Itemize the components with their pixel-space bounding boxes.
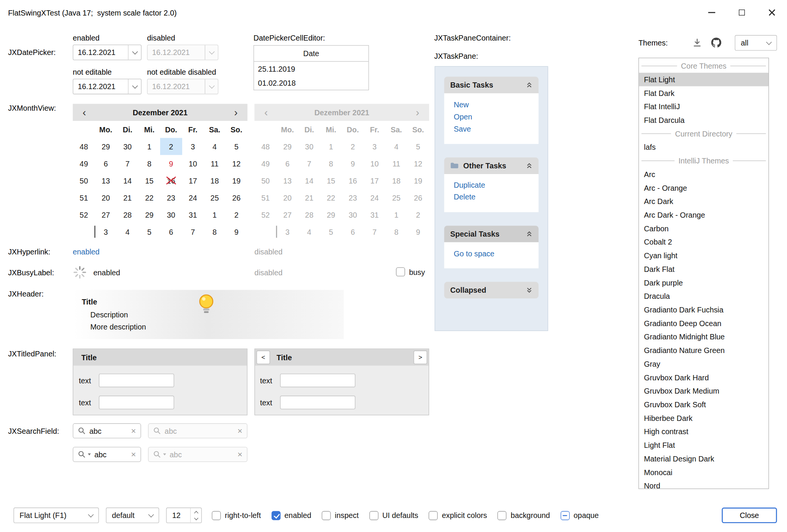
taskpane-link[interactable]: Delete	[444, 191, 539, 203]
theme-list-item[interactable]: Light Flat	[639, 438, 768, 452]
datepicker-table-row[interactable]: 01.02.2018	[254, 76, 368, 90]
calendar-day[interactable]: 7	[116, 155, 138, 172]
calendar-day[interactable]: 13	[95, 172, 116, 189]
download-theme-button[interactable]	[692, 37, 703, 48]
calendar-day[interactable]: 10	[182, 155, 204, 172]
maximize-button[interactable]	[727, 0, 757, 25]
clear-icon[interactable]: ×	[131, 450, 136, 458]
calendar-day[interactable]: 21	[116, 189, 138, 206]
laf-combo[interactable]: Flat Light (F1)	[14, 508, 99, 523]
datepicker-dropdown-button[interactable]	[128, 79, 141, 94]
calendar-day[interactable]: 14	[116, 172, 138, 189]
spinner-up-button[interactable]	[195, 509, 198, 514]
titledpanel-prev-button[interactable]: <	[257, 351, 270, 364]
calendar-day[interactable]: 30	[160, 206, 182, 223]
theme-list-item[interactable]: Gruvbox Dark Soft	[639, 398, 768, 411]
calendar-prev-button[interactable]: ‹	[73, 105, 96, 120]
datepicker-enabled[interactable]: 16.12.2021	[73, 45, 142, 60]
theme-list-item[interactable]: Gruvbox Dark Medium	[639, 384, 768, 398]
theme-list-item[interactable]: Arc	[639, 168, 768, 181]
calendar-day[interactable]: 17	[182, 172, 204, 189]
calendar-day[interactable]: 8	[139, 155, 160, 172]
datepicker-table-header[interactable]: Date	[254, 46, 368, 61]
text-input[interactable]	[280, 396, 355, 410]
taskpane-link[interactable]: Save	[444, 122, 539, 135]
theme-list-item[interactable]: Flat IntelliJ	[639, 100, 768, 113]
checkbox-inspect[interactable]: inspect	[322, 511, 359, 520]
text-input[interactable]	[280, 373, 355, 387]
theme-list-item[interactable]: Gradianto Deep Ocean	[639, 317, 768, 330]
taskpane-header[interactable]: Special Tasks	[444, 226, 539, 242]
calendar-day[interactable]: 20	[95, 189, 116, 206]
calendar-day[interactable]: 18	[204, 172, 225, 189]
theme-list-item[interactable]: Cobalt 2	[639, 235, 768, 249]
text-input[interactable]	[99, 396, 174, 410]
theme-list-item[interactable]: Gruvbox Dark Hard	[639, 370, 768, 384]
style-combo[interactable]: default	[106, 508, 159, 523]
github-button[interactable]	[710, 37, 722, 49]
calendar-next-button[interactable]: ›	[224, 105, 247, 120]
theme-list-item[interactable]: Arc Dark - Orange	[639, 208, 768, 222]
calendar-day[interactable]: 6	[160, 223, 182, 240]
searchfield-enabled[interactable]: abc ×	[73, 423, 141, 438]
theme-list-item[interactable]: Arc Dark	[639, 195, 768, 208]
checkbox-enabled[interactable]: enabled	[271, 511, 311, 520]
calendar-day[interactable]: 9	[160, 155, 182, 172]
theme-list-item[interactable]: Dark purple	[639, 276, 768, 289]
clear-icon[interactable]: ×	[131, 427, 136, 435]
calendar-day[interactable]: 6	[95, 155, 116, 172]
taskpane-link[interactable]: Duplicate	[444, 179, 539, 191]
taskpane-link[interactable]: Go to space	[444, 247, 539, 259]
busy-checkbox[interactable]: busy	[396, 267, 425, 276]
checkbox-opaque[interactable]: opaque	[560, 511, 599, 520]
theme-list-item[interactable]: Flat Darcula	[639, 113, 768, 127]
calendar-day[interactable]: 11	[204, 155, 225, 172]
calendar-day[interactable]: 22	[139, 189, 160, 206]
calendar-day[interactable]: 12	[225, 155, 247, 172]
theme-list-item[interactable]: Gradianto Midnight Blue	[639, 330, 768, 344]
calendar-day[interactable]: 25	[204, 189, 225, 206]
calendar-day[interactable]: 26	[225, 189, 247, 206]
calendar-day[interactable]: 7	[182, 223, 204, 240]
theme-list-item[interactable]: Dark Flat	[639, 262, 768, 276]
calendar-day[interactable]: 4	[116, 223, 138, 240]
theme-list-item[interactable]: Dracula	[639, 289, 768, 303]
checkbox-right-to-left[interactable]: right-to-left	[212, 511, 261, 520]
theme-list-item[interactable]: Material Design Dark	[639, 452, 768, 466]
theme-list-item[interactable]: Gradianto Dark Fuchsia	[639, 303, 768, 317]
taskpane-header[interactable]: Collapsed	[444, 282, 539, 299]
calendar-day[interactable]: 4	[204, 138, 225, 155]
theme-list-item[interactable]: Gradianto Nature Green	[639, 344, 768, 357]
theme-list-item[interactable]: High contrast	[639, 425, 768, 438]
font-size-spinner[interactable]: 12	[166, 508, 202, 523]
calendar-day[interactable]: 29	[95, 138, 116, 155]
calendar-day[interactable]: 24	[182, 189, 204, 206]
calendar-day[interactable]: 15	[139, 172, 160, 189]
datepicker-noteditable[interactable]: 16.12.2021	[73, 79, 142, 94]
calendar-day[interactable]: 2	[160, 138, 182, 155]
searchfield-with-menu[interactable]: abc ×	[73, 447, 141, 462]
calendar-day[interactable]: 3	[182, 138, 204, 155]
datepicker-table-row[interactable]: 25.11.2019	[254, 62, 368, 76]
theme-list-item[interactable]: lafs	[639, 140, 768, 154]
calendar-day[interactable]: 29	[139, 206, 160, 223]
taskpane-header[interactable]: Other Tasks	[444, 157, 539, 174]
calendar-day[interactable]: 31	[182, 206, 204, 223]
theme-filter-combo[interactable]: all	[735, 35, 777, 51]
titledpanel-next-button[interactable]: >	[414, 351, 427, 364]
calendar-day[interactable]: 19	[225, 172, 247, 189]
theme-list-item[interactable]: Flat Light	[639, 73, 768, 86]
theme-list-item[interactable]: Arc - Orange	[639, 181, 768, 195]
checkbox-ui-defaults[interactable]: UI defaults	[369, 511, 418, 520]
calendar-day[interactable]: 27	[95, 206, 116, 223]
theme-list-item[interactable]: Flat Dark	[639, 86, 768, 100]
calendar-day[interactable]: 5	[225, 138, 247, 155]
calendar-day[interactable]: 8	[204, 223, 225, 240]
taskpane-link[interactable]: New	[444, 98, 539, 110]
checkbox-background[interactable]: background	[497, 511, 550, 520]
datepicker-dropdown-button[interactable]	[128, 45, 141, 60]
theme-list-item[interactable]: Carbon	[639, 222, 768, 235]
calendar-day[interactable]: 1	[204, 206, 225, 223]
calendar-day[interactable]: 5	[139, 223, 160, 240]
calendar-day[interactable]: 30	[116, 138, 138, 155]
